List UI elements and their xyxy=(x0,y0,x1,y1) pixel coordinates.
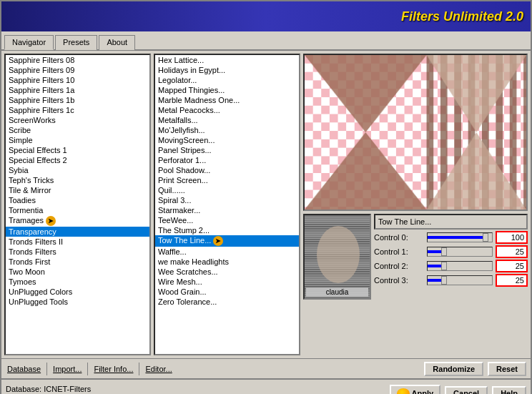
list-item[interactable]: Sapphire Filters 1c xyxy=(6,105,149,115)
list-item[interactable]: Tow The Line... ➤ xyxy=(155,235,299,247)
database-status-value: ICNET-Filters xyxy=(44,385,91,393)
list-item[interactable]: Tronds Filters xyxy=(6,247,149,257)
list-item[interactable]: Transparency xyxy=(6,227,149,237)
list-item[interactable]: TeeWee... xyxy=(155,215,299,225)
list-item[interactable]: Teph's Tricks xyxy=(6,175,149,185)
list-item[interactable]: Perforator 1... xyxy=(155,155,299,165)
list-item[interactable]: Print Screen... xyxy=(155,175,299,185)
tab-about[interactable]: About xyxy=(99,35,135,50)
filter-info-button[interactable]: Filter Info... xyxy=(92,365,134,373)
list-item[interactable]: UnPlugged Colors xyxy=(6,287,149,297)
list-item[interactable]: Pool Shadow... xyxy=(155,165,299,175)
status-info: Database: ICNET-Filters Filters: 4127 xyxy=(6,385,390,394)
separator-1 xyxy=(46,363,47,375)
list-item[interactable]: Hex Lattice... xyxy=(155,55,299,65)
control-1-label: Control 1: xyxy=(374,247,424,256)
control-2-slider[interactable] xyxy=(427,261,493,271)
control-row-3: Control 3: 25 xyxy=(374,274,528,287)
list-item[interactable]: Spiral 3... xyxy=(155,195,299,205)
control-1-slider[interactable] xyxy=(427,247,493,257)
list-item[interactable]: Marble Madness One... xyxy=(155,95,299,105)
main-window: Filters Unlimited 2.0 Navigator Presets … xyxy=(0,0,532,394)
tab-bar: Navigator Presets About xyxy=(1,31,531,51)
separator-3 xyxy=(139,363,139,375)
control-3-label: Control 3: xyxy=(374,276,424,285)
list-item[interactable]: The Stump 2... xyxy=(155,225,299,235)
help-button[interactable]: Help xyxy=(492,386,526,394)
database-button[interactable]: Database xyxy=(6,365,42,373)
import-button[interactable]: Import... xyxy=(51,365,83,373)
list-item[interactable]: Quil...... xyxy=(155,185,299,195)
list-item[interactable]: MovingScreen... xyxy=(155,135,299,145)
preview-thumb: claudia xyxy=(303,214,371,300)
list-item[interactable]: Legolator... xyxy=(155,75,299,85)
list-item[interactable]: we make Headlights xyxy=(155,257,299,267)
list-item[interactable]: Holidays in Egypt... xyxy=(155,65,299,75)
list-item[interactable]: Simple xyxy=(6,135,149,145)
list-item[interactable]: Metal Peacocks... xyxy=(155,105,299,115)
list-item[interactable]: Tronds Filters II xyxy=(6,237,149,247)
list-item[interactable]: Zero Tolerance... xyxy=(155,297,299,307)
list-item[interactable]: Tronds First xyxy=(6,257,149,267)
control-0-slider[interactable] xyxy=(427,232,493,242)
list-item[interactable]: Two Moon xyxy=(6,267,149,277)
list-item[interactable]: Mapped Thingies... xyxy=(155,85,299,95)
tab-presets[interactable]: Presets xyxy=(55,35,97,50)
control-row-0: Control 0: 100 xyxy=(374,231,528,244)
control-row-1: Control 1: 25 xyxy=(374,245,528,258)
control-2-label: Control 2: xyxy=(374,262,424,270)
separator-2 xyxy=(87,363,88,375)
bottom-toolbar: Database Import... Filter Info... Editor… xyxy=(1,358,531,378)
list-item[interactable]: Wee Scratches... xyxy=(155,267,299,277)
middle-panel: Hex Lattice...Holidays in Egypt...Legola… xyxy=(154,54,300,355)
list-item[interactable]: UnPlugged Tools xyxy=(6,297,149,307)
control-row-2: Control 2: 25 xyxy=(374,260,528,272)
category-list[interactable]: Sapphire Filters 08Sapphire Filters 09Sa… xyxy=(4,54,151,355)
list-item[interactable]: Toadies xyxy=(6,195,149,205)
control-2-value[interactable]: 25 xyxy=(496,260,528,272)
list-item[interactable]: Sapphire Filters 10 xyxy=(6,75,149,85)
preview-area xyxy=(303,54,528,211)
list-item[interactable]: Mo'Jellyfish... xyxy=(155,125,299,135)
list-item[interactable]: Tormentia xyxy=(6,205,149,215)
database-status: Database: ICNET-Filters xyxy=(6,385,390,393)
content-area: Sapphire Filters 08Sapphire Filters 09Sa… xyxy=(1,51,531,358)
list-item[interactable]: Sapphire Filters 09 xyxy=(6,65,149,75)
list-item[interactable]: Tymoes xyxy=(6,277,149,287)
list-item[interactable]: Wood Grain... xyxy=(155,287,299,297)
list-item[interactable]: Sapphire Filters 08 xyxy=(6,55,149,65)
list-item[interactable]: Wire Mesh... xyxy=(155,277,299,287)
list-item[interactable]: Special Effects 2 xyxy=(6,155,149,165)
list-item[interactable]: Tile & Mirror xyxy=(6,185,149,195)
apply-button[interactable]: Apply xyxy=(390,385,441,394)
database-status-label: Database: xyxy=(6,385,41,393)
list-item[interactable]: Sapphire Filters 1b xyxy=(6,95,149,105)
filter-list[interactable]: Hex Lattice...Holidays in Egypt...Legola… xyxy=(154,54,300,355)
control-0-value[interactable]: 100 xyxy=(496,231,528,244)
controls-section: claudia Tow The Line... Control 0: 100 xyxy=(303,214,528,307)
list-item[interactable]: Special Effects 1 xyxy=(6,145,149,155)
list-item[interactable]: Scribe xyxy=(6,125,149,135)
list-item[interactable]: Sybia xyxy=(6,165,149,175)
tab-navigator[interactable]: Navigator xyxy=(4,35,54,50)
cancel-button[interactable]: Cancel xyxy=(445,386,488,394)
control-3-value[interactable]: 25 xyxy=(496,274,528,287)
randomize-button[interactable]: Randomize xyxy=(424,362,483,376)
reset-button[interactable]: Reset xyxy=(488,362,526,376)
list-item[interactable]: Sapphire Filters 1a xyxy=(6,85,149,95)
list-item[interactable]: Starmaker... xyxy=(155,205,299,215)
filter-name-display: Tow The Line... xyxy=(374,214,528,230)
left-panel: Sapphire Filters 08Sapphire Filters 09Sa… xyxy=(4,54,151,355)
editor-button[interactable]: Editor... xyxy=(144,365,173,373)
list-item[interactable]: Panel Stripes... xyxy=(155,145,299,155)
control-1-value[interactable]: 25 xyxy=(496,245,528,258)
list-item[interactable]: ScreenWorks xyxy=(6,115,149,125)
list-item[interactable]: Tramages ➤ xyxy=(6,215,149,227)
list-item[interactable]: Metalfalls... xyxy=(155,115,299,125)
control-3-slider[interactable] xyxy=(427,275,493,285)
control-0-label: Control 0: xyxy=(374,233,424,242)
action-buttons: Apply Cancel Help xyxy=(390,385,526,394)
right-panel: claudia Tow The Line... Control 0: 100 xyxy=(303,54,528,355)
apply-icon xyxy=(397,388,410,394)
list-item[interactable]: Waffle... xyxy=(155,247,299,257)
